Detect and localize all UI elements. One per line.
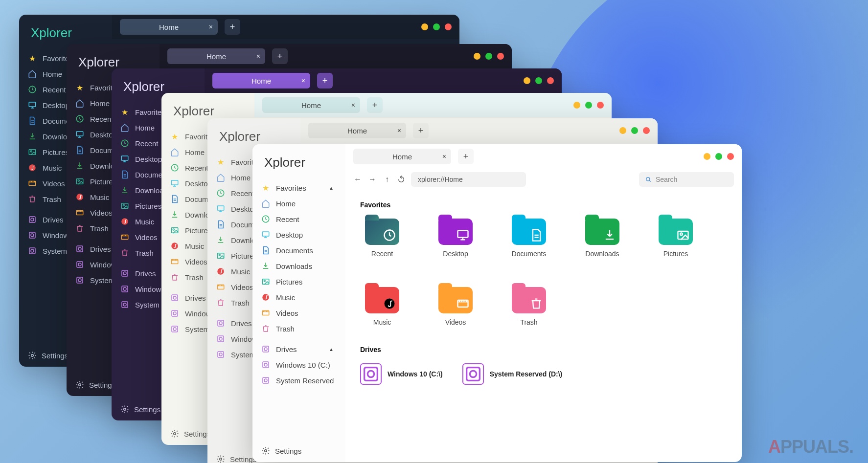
close-button[interactable] [643, 127, 650, 134]
sidebar-header-favorites[interactable]: ★Favorites▲ [252, 180, 345, 196]
tab-home[interactable]: Home× [167, 48, 265, 64]
tab-close-button[interactable]: × [256, 52, 260, 60]
collapse-icon: ▲ [329, 347, 334, 352]
tab-home[interactable]: Home× [353, 149, 451, 164]
star-icon: ★ [261, 183, 270, 192]
sidebar-item-label: Trash [185, 273, 204, 282]
folder-trash[interactable]: Trash [507, 287, 551, 326]
star-icon: ★ [170, 132, 179, 141]
drive-label: System Reserved [276, 376, 334, 385]
sidebar-item-pictures[interactable]: Pictures [252, 274, 345, 289]
close-button[interactable] [597, 102, 604, 109]
svg-point-72 [264, 348, 267, 351]
svg-rect-27 [121, 156, 128, 160]
sidebar-item-downloads[interactable]: Downloads [252, 258, 345, 274]
tab-close-button[interactable]: × [442, 153, 446, 160]
reload-button[interactable] [397, 176, 405, 183]
folder-videos[interactable]: Videos [434, 287, 478, 326]
maximize-button[interactable] [585, 102, 592, 109]
sidebar-item-label: Desktop [276, 231, 303, 239]
svg-point-3 [30, 151, 32, 152]
folder-downloads[interactable]: Downloads [580, 219, 624, 258]
add-tab-button[interactable]: + [413, 123, 429, 138]
close-button[interactable] [497, 53, 504, 60]
minimize-button[interactable] [573, 102, 580, 109]
search-icon [645, 176, 652, 183]
tab-close-button[interactable]: × [301, 77, 305, 85]
svg-point-78 [646, 177, 650, 181]
tab-home[interactable]: Home× [120, 19, 218, 35]
drives-label: Drives [135, 269, 156, 278]
maximize-button[interactable] [433, 23, 440, 30]
add-tab-button[interactable]: + [272, 48, 288, 64]
folder-recent[interactable]: Recent [360, 219, 404, 258]
drive-icon [75, 260, 84, 269]
svg-rect-58 [218, 320, 224, 326]
settings-button[interactable]: Settings [252, 440, 345, 462]
minimize-button[interactable] [421, 23, 428, 30]
svg-rect-23 [77, 277, 83, 283]
minimize-button[interactable] [704, 153, 710, 160]
sidebar-item-label: Home [231, 174, 251, 182]
forward-button[interactable]: → [368, 175, 377, 184]
add-tab-button[interactable]: + [367, 97, 383, 113]
back-button[interactable]: ← [353, 175, 362, 184]
folder-documents[interactable]: Documents [507, 219, 551, 258]
sidebar-item-desktop[interactable]: Desktop [252, 227, 345, 243]
drive-item[interactable]: Windows 10 (C:\) [360, 363, 443, 385]
minimize-button[interactable] [524, 77, 530, 84]
sidebar-item-home[interactable]: Home [252, 196, 345, 211]
add-tab-button[interactable]: + [225, 19, 240, 35]
watermark: APPUALS. [768, 437, 853, 457]
folder-pictures[interactable]: Pictures [654, 219, 698, 258]
address-bar[interactable]: xplorer://Home [411, 172, 526, 187]
sidebar-item-music[interactable]: Music [252, 289, 345, 305]
close-button[interactable] [445, 23, 452, 30]
favorites-label: Favorites [135, 108, 165, 116]
sidebar-item-trash[interactable]: Trash [252, 321, 345, 336]
sidebar-item-documents[interactable]: Documents [252, 243, 345, 258]
maximize-button[interactable] [485, 53, 492, 60]
sidebar-item-label: Music [43, 164, 62, 172]
minimize-button[interactable] [474, 53, 480, 60]
folder-music[interactable]: Music [360, 287, 404, 326]
minimize-button[interactable] [619, 127, 626, 134]
close-button[interactable] [727, 153, 734, 160]
svg-point-74 [264, 363, 267, 366]
tab-home[interactable]: Home× [308, 123, 406, 138]
videos-icon [216, 283, 225, 291]
sidebar-drive-item[interactable]: Windows 10 (C:) [252, 357, 345, 373]
maximize-button[interactable] [535, 77, 542, 84]
drive-item[interactable]: System Reserved (D:\) [462, 363, 563, 385]
maximize-button[interactable] [715, 153, 722, 160]
music-icon [120, 217, 129, 226]
svg-point-16 [78, 180, 79, 181]
sidebar-drive-item[interactable]: System Reserved [252, 373, 345, 388]
documents-icon [170, 195, 179, 203]
sidebar-item-label: Home [276, 199, 296, 208]
close-button[interactable] [547, 77, 554, 84]
up-button[interactable]: ↑ [383, 175, 391, 184]
tab-close-button[interactable]: × [209, 23, 213, 31]
tab-close-button[interactable]: × [351, 101, 355, 109]
tab-home[interactable]: Home× [262, 97, 360, 113]
documents-icon [261, 246, 270, 255]
add-tab-button[interactable]: + [317, 73, 333, 88]
svg-point-29 [123, 204, 124, 206]
videos-icon [120, 233, 129, 242]
maximize-button[interactable] [631, 127, 638, 134]
content-area: Favorites Recent Desktop Documents Downl… [345, 190, 742, 462]
folder-label: Recent [371, 250, 393, 258]
search-input[interactable]: Search [639, 172, 734, 187]
folder-desktop[interactable]: Desktop [434, 219, 478, 258]
sidebar-header-drives[interactable]: Drives▲ [252, 341, 345, 357]
sidebar-item-recent[interactable]: Recent [252, 211, 345, 227]
sidebar-item-label: Recent [135, 139, 159, 148]
add-tab-button[interactable]: + [458, 149, 474, 164]
svg-point-55 [219, 254, 220, 256]
tab-close-button[interactable]: × [397, 127, 401, 134]
sidebar-item-videos[interactable]: Videos [252, 305, 345, 321]
tab-home[interactable]: Home× [212, 73, 310, 88]
folder-label: Trash [520, 318, 537, 326]
svg-point-33 [123, 272, 126, 275]
